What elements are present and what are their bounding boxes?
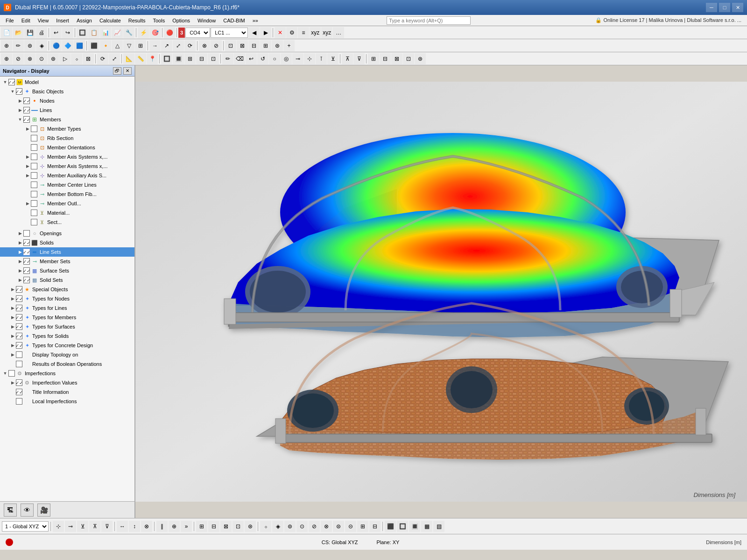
tree-arrow-member-types[interactable] <box>24 124 31 133</box>
tree-item-member-auxiliary[interactable]: ⊹Member Auxiliary Axis S... <box>0 171 134 180</box>
tb3-grid5[interactable]: ⊛ <box>415 53 426 64</box>
tree-check-member-types[interactable] <box>31 126 37 132</box>
combo-select[interactable]: LC1 ... <box>211 28 248 38</box>
tree-container[interactable]: ✓MModel✓✦Basic Objects✓•Nodes✓—Lines✓⊞Me… <box>0 77 134 501</box>
tb3-grid4[interactable]: ⊡ <box>403 53 414 64</box>
tree-check-imperfection-values[interactable]: ✓ <box>16 379 22 386</box>
tb3-btn-1[interactable]: ⊕ <box>1 53 12 64</box>
tree-arrow-title-information[interactable] <box>9 387 16 397</box>
nav-close-button[interactable]: ✕ <box>123 67 132 75</box>
tree-item-members[interactable]: ✓⊞Members <box>0 115 134 124</box>
bb-btn-23[interactable]: ⊜ <box>333 521 344 532</box>
tree-check-solids[interactable]: ✓ <box>23 239 30 246</box>
tree-check-types-surfaces[interactable]: ✓ <box>16 323 22 330</box>
tb-btn-2[interactable]: 📋 <box>88 27 99 38</box>
tree-item-display-topology[interactable]: Display Topology on <box>0 350 134 359</box>
tree-arrow-member-sets[interactable] <box>17 257 23 266</box>
tree-item-title-information[interactable]: ✓Title Information <box>0 387 134 397</box>
tree-check-local-imperfections[interactable] <box>16 398 22 405</box>
tree-check-member-bottom-fib[interactable] <box>31 191 37 197</box>
tree-item-solid-sets[interactable]: ✓▩Solid Sets <box>0 275 134 285</box>
tree-item-imperfections[interactable]: ⚙Imperfections <box>0 369 134 378</box>
tree-arrow-types-members[interactable] <box>9 313 16 322</box>
tree-check-lines[interactable]: ✓ <box>23 107 30 113</box>
bb-btn-29[interactable]: 🔳 <box>409 521 420 532</box>
bb-btn-16[interactable]: ⊛ <box>245 521 256 532</box>
tree-item-member-orientations[interactable]: ⊡Member Orientations <box>0 143 134 152</box>
tb-btn-8[interactable]: 🔴 <box>164 27 175 38</box>
bb-btn-24[interactable]: ⊝ <box>345 521 356 532</box>
tb2-btn-15[interactable]: ⤢ <box>173 40 184 51</box>
bb-btn-1[interactable]: ⊹ <box>53 521 64 532</box>
coordinate-system-select[interactable]: 1 - Global XYZ <box>2 521 49 532</box>
nav-restore-button[interactable]: 🗗 <box>113 67 121 75</box>
tree-item-types-surfaces[interactable]: ✓✦Types for Surfaces <box>0 322 134 331</box>
tree-check-basic-objects[interactable]: ✓ <box>16 88 22 95</box>
tree-arrow-member-orientations[interactable] <box>24 143 31 152</box>
tree-item-special-objects[interactable]: ✓★Special Objects <box>0 285 134 294</box>
tree-item-lines[interactable]: ✓—Lines <box>0 105 134 115</box>
minimize-button[interactable]: ─ <box>706 3 717 12</box>
tree-item-openings[interactable]: ○Openings <box>0 229 134 238</box>
tb3-btn-10[interactable]: ⤢ <box>109 53 120 64</box>
tree-arrow-model[interactable] <box>2 77 8 87</box>
tb3-btn-7[interactable]: ⬦ <box>71 53 82 64</box>
tree-item-member-outl[interactable]: ⊸Member Outl... <box>0 199 134 208</box>
tree-arrow-rib-section[interactable] <box>24 133 31 143</box>
tree-item-types-members[interactable]: ✓✦Types for Members <box>0 313 134 322</box>
tree-check-members[interactable]: ✓ <box>23 116 30 123</box>
bb-btn-6[interactable]: ↔ <box>117 521 128 532</box>
viewport[interactable]: Dimensions [m] Dimensions [m] <box>135 65 747 518</box>
tb3-btn-9[interactable]: ⟳ <box>97 53 108 64</box>
menu-results[interactable]: Results <box>125 15 149 26</box>
tree-check-types-concrete[interactable]: ✓ <box>16 342 22 349</box>
tb3-btn-26[interactable]: ⊹ <box>304 53 315 64</box>
print-button[interactable]: 🖨 <box>36 27 47 38</box>
tree-check-model[interactable]: ✓ <box>8 79 15 85</box>
search-input[interactable] <box>387 16 471 25</box>
tree-check-member-axis-x2[interactable] <box>31 163 37 169</box>
open-button[interactable]: 📂 <box>13 27 24 38</box>
tree-item-sect[interactable]: ⊻Sect... <box>0 217 134 227</box>
tree-check-display-topology[interactable] <box>16 351 22 358</box>
tree-item-member-axis-x1[interactable]: ⊹Member Axis Systems x,... <box>0 152 134 161</box>
tree-arrow-imperfections[interactable] <box>2 369 8 378</box>
tree-arrow-member-axis-x2[interactable] <box>24 161 31 171</box>
new-button[interactable]: 📄 <box>1 27 12 38</box>
tb-xyz2[interactable]: xyz <box>321 27 332 38</box>
tb-more[interactable]: … <box>333 27 344 38</box>
tb3-btn-20[interactable]: ⌫ <box>234 53 245 64</box>
tb-btn-3[interactable]: 📊 <box>100 27 111 38</box>
tb-btn-4[interactable]: 📈 <box>112 27 123 38</box>
tree-item-types-concrete[interactable]: ✓✦Types for Concrete Design <box>0 341 134 350</box>
tb2-btn-8[interactable]: ⬛ <box>88 40 99 51</box>
tree-item-member-bottom-fib[interactable]: ⊸Member Bottom Fib... <box>0 189 134 199</box>
tree-arrow-display-topology[interactable] <box>9 350 16 359</box>
tb3-btn-19[interactable]: ✏ <box>222 53 233 64</box>
bb-btn-26[interactable]: ⊟ <box>369 521 381 532</box>
tb3-grid[interactable]: ⊞ <box>368 53 379 64</box>
tb2-snap-4[interactable]: ⊞ <box>260 40 271 51</box>
redo-button[interactable]: ↪ <box>62 27 73 38</box>
tree-arrow-members[interactable] <box>17 115 23 124</box>
tree-check-member-outl[interactable] <box>31 200 37 207</box>
tree-item-member-types[interactable]: ⊡Member Types <box>0 124 134 133</box>
tb2-btn-2[interactable]: ✏ <box>13 40 24 51</box>
tb3-btn-5[interactable]: ⊛ <box>48 53 59 64</box>
tree-item-local-imperfections[interactable]: Local Imperfections <box>0 397 134 406</box>
tb3-btn-27[interactable]: ⊺ <box>316 53 327 64</box>
tb3-btn-6[interactable]: ▷ <box>59 53 70 64</box>
tb3-btn-28[interactable]: ⊻ <box>327 53 338 64</box>
tb3-btn-12[interactable]: 📏 <box>135 53 146 64</box>
tree-arrow-types-solids[interactable] <box>9 331 16 341</box>
tb3-btn-14[interactable]: 🔲 <box>161 53 172 64</box>
tree-item-results-boolean[interactable]: Results of Boolean Operations <box>0 359 134 369</box>
tree-arrow-member-outl[interactable] <box>24 199 31 208</box>
menu-assign[interactable]: Assign <box>73 15 96 26</box>
bb-btn-3[interactable]: ⊻ <box>77 521 88 532</box>
bb-btn-18[interactable]: ◈ <box>272 521 283 532</box>
tree-arrow-openings[interactable] <box>17 229 23 238</box>
tb2-btn-12[interactable]: ⊞ <box>135 40 146 51</box>
tree-item-material[interactable]: ⊻Material... <box>0 208 134 217</box>
tree-check-line-sets[interactable]: ✓ <box>23 249 30 255</box>
